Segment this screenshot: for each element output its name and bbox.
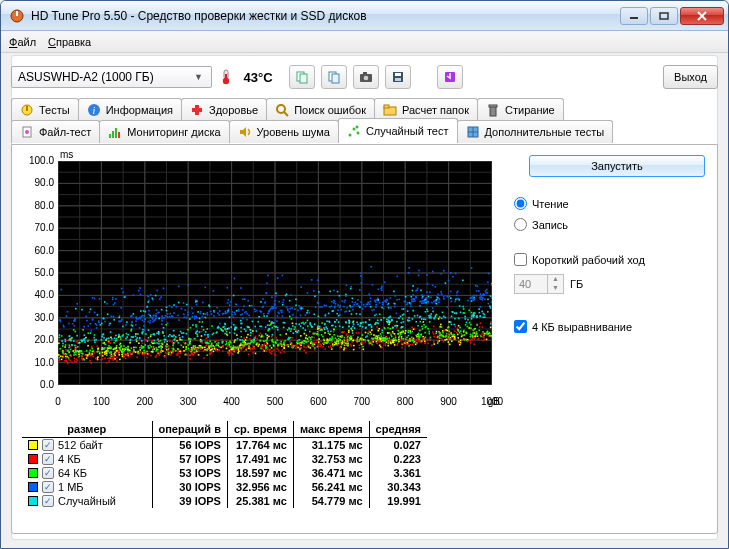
svg-text:i: i (92, 105, 95, 116)
x-tick-label: 400 (223, 396, 240, 407)
svg-point-33 (25, 130, 29, 134)
svg-rect-31 (489, 105, 497, 107)
cycle-size-stepper: 40 ▲▼ (514, 274, 564, 294)
tab-файл-тест[interactable]: Файл-тест (11, 120, 100, 143)
save-button[interactable] (385, 65, 411, 89)
col-header: размер (22, 421, 152, 438)
y-tick-label: 100.0 (20, 155, 54, 166)
tab-тесты[interactable]: Тесты (11, 98, 79, 121)
radio-write[interactable]: Запись (514, 218, 568, 231)
tab-icon (238, 125, 252, 139)
y-tick-label: 90.0 (20, 177, 54, 188)
table-row: Случайный39 IOPS25.381 мс54.779 мс19.991 (22, 494, 427, 508)
run-button[interactable]: Запустить (529, 155, 705, 177)
copy-results-button[interactable] (321, 65, 347, 89)
col-header: средняя (369, 421, 427, 438)
x-tick-label: 100 (93, 396, 110, 407)
table-row: 4 КБ57 IOPS17.491 мс32.753 мс0.223 (22, 452, 427, 466)
series-checkbox[interactable] (42, 481, 54, 493)
menu-help[interactable]: Справка (48, 36, 91, 48)
x-tick-label: 0 (55, 396, 61, 407)
tab-здоровье[interactable]: Здоровье (181, 98, 267, 121)
exit-button[interactable]: Выход (663, 65, 718, 89)
app-window: HD Tune Pro 5.50 - Средство проверки жес… (0, 0, 729, 549)
tab-icon: i (87, 103, 101, 117)
checkbox-4kb-align[interactable]: 4 КБ выравнивание (514, 320, 632, 333)
table-row: 512 байт56 IOPS17.764 мс31.175 мс0.027 (22, 438, 427, 453)
svg-point-41 (355, 126, 358, 129)
menu-file[interactable]: Файл (9, 36, 36, 48)
col-header: макс время (293, 421, 369, 438)
options-button[interactable] (437, 65, 463, 89)
x-tick-label: 300 (180, 396, 197, 407)
tab-мониторинг-диска[interactable]: Мониторинг диска (99, 120, 229, 143)
maximize-button[interactable] (650, 7, 678, 25)
x-tick-label: 600 (310, 396, 327, 407)
svg-rect-37 (118, 132, 120, 138)
thermometer-icon (218, 69, 234, 85)
radio-read[interactable]: Чтение (514, 197, 569, 210)
svg-rect-34 (109, 134, 111, 138)
tabs: ТестыiИнформацияЗдоровьеПоиск ошибокРасч… (11, 98, 718, 143)
y-tick-label: 80.0 (20, 200, 54, 211)
content-area: ASUSWHD-A2 (1000 ГБ) ▼ 43°C Выход Тестыi… (1, 53, 728, 548)
series-checkbox[interactable] (42, 467, 54, 479)
tab-icon (466, 125, 480, 139)
chevron-down-icon: ▼ (191, 72, 207, 82)
series-color-icon (28, 482, 38, 492)
drive-select[interactable]: ASUSWHD-A2 (1000 ГБ) ▼ (11, 66, 212, 88)
x-tick-label: 700 (353, 396, 370, 407)
x-tick-label: 200 (136, 396, 153, 407)
tab-случайный-тест[interactable]: Случайный тест (338, 118, 458, 143)
svg-rect-10 (300, 74, 307, 83)
svg-rect-17 (395, 73, 401, 76)
window-title: HD Tune Pro 5.50 - Средство проверки жес… (31, 9, 620, 23)
tab-уровень-шума[interactable]: Уровень шума (229, 120, 339, 143)
series-color-icon (28, 454, 38, 464)
minimize-button[interactable] (620, 7, 648, 25)
copy-info-button[interactable] (289, 65, 315, 89)
series-checkbox[interactable] (42, 453, 54, 465)
series-color-icon (28, 468, 38, 478)
y-tick-label: 70.0 (20, 222, 54, 233)
svg-point-26 (277, 105, 285, 113)
svg-rect-35 (112, 131, 114, 138)
titlebar: HD Tune Pro 5.50 - Средство проверки жес… (1, 1, 728, 31)
tab-icon (20, 125, 34, 139)
checkbox-short-cycle[interactable]: Короткий рабочий ход (514, 253, 645, 266)
tab-стирание[interactable]: Стирание (477, 98, 564, 121)
menubar: Файл Справка (1, 31, 728, 53)
tab-icon (383, 103, 397, 117)
app-icon (9, 8, 25, 24)
x-tick-label: 900 (440, 396, 457, 407)
screenshot-button[interactable] (353, 65, 379, 89)
svg-point-40 (356, 132, 359, 135)
y-tick-label: 50.0 (20, 267, 54, 278)
tab-информация[interactable]: iИнформация (78, 98, 182, 121)
close-button[interactable] (680, 7, 724, 25)
svg-rect-25 (192, 108, 202, 112)
y-tick-label: 20.0 (20, 334, 54, 345)
series-checkbox[interactable] (42, 439, 54, 451)
svg-line-27 (284, 112, 288, 116)
y-tick-label: 10.0 (20, 357, 54, 368)
col-header: операций в (152, 421, 227, 438)
y-tick-label: 30.0 (20, 312, 54, 323)
y-tick-label: 40.0 (20, 289, 54, 300)
chart: ms gB 0.010.020.030.040.050.060.070.080.… (20, 155, 500, 411)
svg-rect-1 (16, 11, 18, 16)
series-color-icon (28, 440, 38, 450)
svg-rect-3 (660, 13, 668, 19)
series-checkbox[interactable] (42, 495, 54, 507)
svg-rect-29 (384, 105, 389, 108)
y-unit-label: ms (60, 149, 73, 160)
x-tick-label: 800 (397, 396, 414, 407)
tab-дополнительные-тесты[interactable]: Дополнительные тесты (457, 120, 614, 143)
y-tick-label: 60.0 (20, 245, 54, 256)
svg-rect-36 (115, 128, 117, 138)
svg-point-38 (348, 134, 351, 137)
temperature-value: 43°C (244, 70, 273, 85)
tab-icon (347, 124, 361, 138)
svg-rect-18 (395, 78, 401, 81)
toolbar: ASUSWHD-A2 (1000 ГБ) ▼ 43°C Выход (11, 64, 718, 90)
